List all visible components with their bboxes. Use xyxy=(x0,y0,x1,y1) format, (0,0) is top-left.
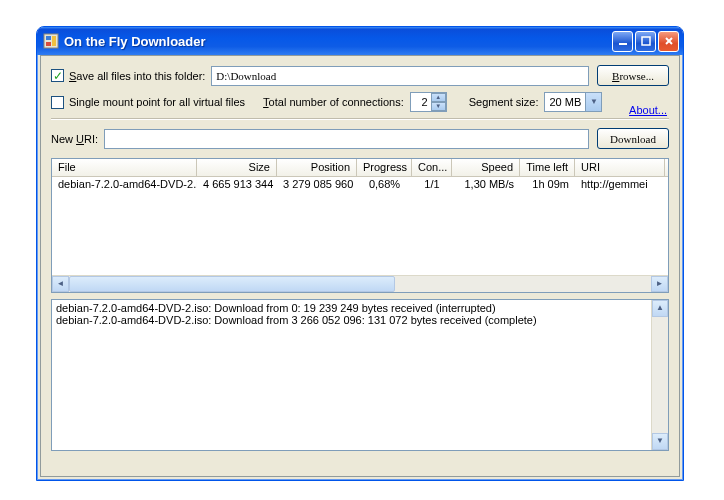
maximize-button[interactable] xyxy=(635,31,656,52)
spin-up-icon[interactable]: ▲ xyxy=(431,93,446,102)
col-position[interactable]: Position xyxy=(277,159,357,176)
svg-rect-3 xyxy=(52,36,56,46)
scroll-left-icon[interactable]: ◄ xyxy=(52,276,69,292)
uri-input[interactable] xyxy=(104,129,589,149)
listview-header[interactable]: File Size Position Progress Con... Speed… xyxy=(52,159,668,177)
col-progress[interactable]: Progress xyxy=(357,159,412,176)
browse-button[interactable]: Browse... xyxy=(597,65,669,86)
about-link[interactable]: About... xyxy=(629,104,667,116)
col-uri[interactable]: URI xyxy=(575,159,665,176)
minimize-button[interactable] xyxy=(612,31,633,52)
col-file[interactable]: File xyxy=(52,159,197,176)
scroll-up-icon[interactable]: ▲ xyxy=(652,300,668,317)
table-row[interactable]: debian-7.2.0-amd64-DVD-2.iso 4 665 913 3… xyxy=(52,177,668,193)
app-icon xyxy=(43,33,59,49)
app-window: On the Fly Downloader ✓ Save all files i… xyxy=(36,26,684,481)
new-uri-label: New URI: xyxy=(51,133,98,145)
vertical-scrollbar[interactable]: ▲ ▼ xyxy=(651,300,668,450)
col-conn[interactable]: Con... xyxy=(412,159,452,176)
single-mount-checkbox[interactable]: ✓ xyxy=(51,96,64,109)
total-conn-label: Total number of connections: xyxy=(263,96,404,108)
scroll-track[interactable] xyxy=(69,276,651,292)
segment-combo[interactable]: 20 MB ▼ xyxy=(544,92,602,112)
scroll-track[interactable] xyxy=(652,317,668,433)
save-all-checkbox[interactable]: ✓ xyxy=(51,69,64,82)
svg-rect-5 xyxy=(642,37,650,45)
folder-input[interactable] xyxy=(211,66,589,86)
svg-rect-1 xyxy=(46,36,51,40)
spin-down-icon[interactable]: ▼ xyxy=(431,102,446,111)
chevron-down-icon[interactable]: ▼ xyxy=(585,93,601,111)
total-conn-spinner[interactable]: 2 ▲▼ xyxy=(410,92,447,112)
col-speed[interactable]: Speed xyxy=(452,159,520,176)
svg-rect-4 xyxy=(619,43,627,45)
log-view[interactable]: debian-7.2.0-amd64-DVD-2.iso: Download f… xyxy=(51,299,669,451)
client-area: ✓ Save all files into this folder: Brows… xyxy=(40,55,680,477)
log-line: debian-7.2.0-amd64-DVD-2.iso: Download f… xyxy=(56,302,664,314)
svg-rect-2 xyxy=(46,42,51,46)
single-mount-label: Single mount point for all virtual files xyxy=(69,96,245,108)
scroll-down-icon[interactable]: ▼ xyxy=(652,433,668,450)
downloads-listview[interactable]: File Size Position Progress Con... Speed… xyxy=(51,158,669,293)
separator xyxy=(51,118,669,120)
download-button[interactable]: Download xyxy=(597,128,669,149)
close-button[interactable] xyxy=(658,31,679,52)
save-all-label: Save all files into this folder: xyxy=(69,70,205,82)
titlebar[interactable]: On the Fly Downloader xyxy=(37,27,683,55)
segment-label: Segment size: xyxy=(469,96,539,108)
col-size[interactable]: Size xyxy=(197,159,277,176)
window-title: On the Fly Downloader xyxy=(64,34,612,49)
horizontal-scrollbar[interactable]: ◄ ► xyxy=(52,275,668,292)
col-timeleft[interactable]: Time left xyxy=(520,159,575,176)
log-line: debian-7.2.0-amd64-DVD-2.iso: Download f… xyxy=(56,314,664,326)
options-panel: ✓ Save all files into this folder: Brows… xyxy=(41,56,679,158)
scroll-right-icon[interactable]: ► xyxy=(651,276,668,292)
scroll-thumb[interactable] xyxy=(69,276,395,292)
